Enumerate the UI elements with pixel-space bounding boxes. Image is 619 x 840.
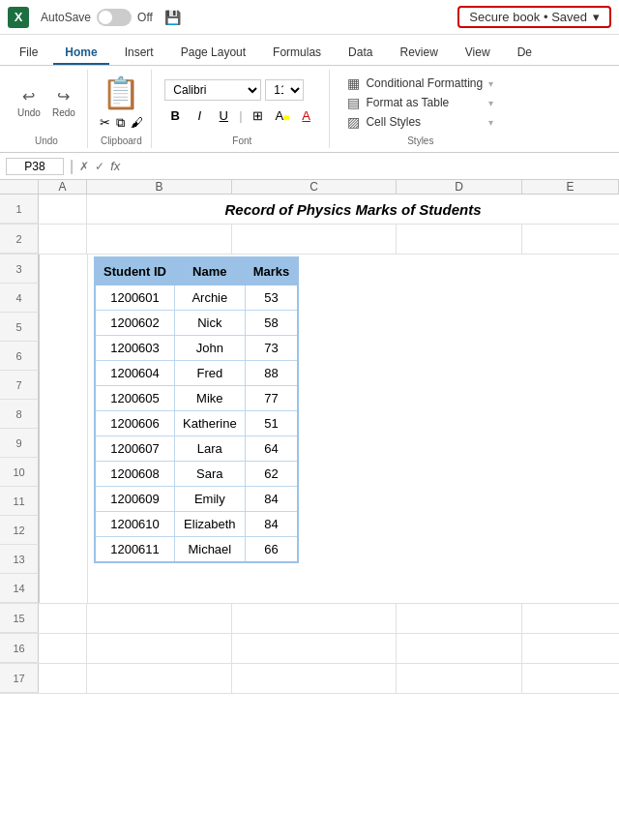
cell-r10-c1[interactable]: 1200607 [95, 436, 175, 462]
row-num-10: 10 [0, 458, 39, 487]
cell-a16[interactable] [39, 634, 87, 663]
cell-r13-c1[interactable]: 1200610 [95, 512, 175, 537]
bold-button[interactable]: B [164, 105, 186, 126]
col-header-b[interactable]: B [87, 180, 232, 194]
cell-r10-c3[interactable]: 64 [245, 436, 298, 462]
redo-button[interactable]: ↪ Redo [48, 83, 79, 122]
cell-e2[interactable] [522, 225, 619, 254]
tab-review[interactable]: Review [388, 42, 449, 65]
italic-button[interactable]: I [189, 105, 210, 126]
font-color-button[interactable]: A [296, 105, 317, 126]
tab-more[interactable]: De [506, 42, 544, 65]
tab-formulas[interactable]: Formulas [261, 42, 333, 65]
font-group: Calibri 11 B I U | ⊞ A▄ A Font [156, 70, 330, 148]
cell-r6-c2[interactable]: John [175, 336, 246, 361]
font-family-select[interactable]: Calibri [164, 79, 261, 101]
cell-e16[interactable] [522, 634, 619, 663]
cell-d2[interactable] [397, 225, 522, 254]
cell-d15[interactable] [397, 604, 522, 633]
format-painter-icon[interactable]: 🖌 [131, 115, 143, 131]
cell-r7-c3[interactable]: 88 [245, 361, 298, 386]
cell-r7-c2[interactable]: Fred [175, 361, 246, 386]
cell-r10-c2[interactable]: Lara [175, 436, 246, 462]
save-icon[interactable]: 💾 [164, 10, 181, 25]
cell-r14-c2[interactable]: Michael [175, 537, 246, 563]
cell-r11-c1[interactable]: 1200608 [95, 462, 175, 487]
cell-d16[interactable] [397, 634, 522, 663]
copy-icon[interactable]: ⧉ [116, 115, 125, 131]
cell-r6-c3[interactable]: 73 [245, 336, 298, 361]
cell-a15[interactable] [39, 604, 87, 633]
col-header-e[interactable]: E [522, 180, 619, 194]
cell-r13-c3[interactable]: 84 [245, 512, 298, 537]
cell-r8-c3[interactable]: 77 [245, 386, 298, 411]
cell-d17[interactable] [397, 664, 522, 693]
confirm-icon[interactable]: ✓ [95, 160, 104, 173]
cell-c17[interactable] [232, 664, 397, 693]
cell-r4-c2[interactable]: Archie [175, 285, 246, 311]
cell-r7-c1[interactable]: 1200604 [95, 361, 175, 386]
cell-r8-c1[interactable]: 1200605 [95, 386, 175, 411]
conditional-formatting-label: Conditional Formatting [366, 76, 483, 90]
table-row: 2 [0, 225, 619, 255]
cell-e15[interactable] [522, 604, 619, 633]
formula-input[interactable] [126, 160, 613, 173]
cell-r5-c3[interactable]: 58 [245, 311, 298, 336]
cell-b17[interactable] [87, 664, 232, 693]
tab-file[interactable]: File [8, 42, 49, 65]
cell-styles-item[interactable]: ▨ Cell Styles ▾ [347, 113, 493, 131]
undo-button[interactable]: ↩ Undo [14, 83, 44, 122]
row-num-9: 9 [0, 429, 39, 458]
cut-icon[interactable]: ✂ [100, 115, 110, 131]
col-header-a[interactable]: A [39, 180, 87, 194]
paste-icon[interactable]: 📋 [102, 75, 140, 111]
cell-e17[interactable] [522, 664, 619, 693]
tab-view[interactable]: View [454, 42, 502, 65]
cell-c2[interactable] [232, 225, 397, 254]
conditional-formatting-item[interactable]: ▦ Conditional Formatting ▾ [347, 75, 493, 92]
cell-r9-c1[interactable]: 1200606 [95, 411, 175, 436]
cancel-icon[interactable]: ✗ [79, 160, 89, 173]
font-size-select[interactable]: 11 [265, 79, 304, 101]
tab-data[interactable]: Data [337, 42, 384, 65]
col-header-d[interactable]: D [397, 180, 522, 194]
col-header-c[interactable]: C [232, 180, 397, 194]
autosave-toggle[interactable] [97, 9, 132, 26]
cell-r6-c1[interactable]: 1200603 [95, 336, 175, 361]
cell-r13-c2[interactable]: Elizabeth [175, 512, 246, 537]
tab-home[interactable]: Home [53, 42, 108, 65]
format-as-table-item[interactable]: ▤ Format as Table ▾ [347, 94, 493, 111]
cell-a2[interactable] [39, 225, 87, 254]
cell-r12-c1[interactable]: 1200609 [95, 487, 175, 512]
cell-r4-c3[interactable]: 53 [245, 285, 298, 311]
cell-r5-c1[interactable]: 1200602 [95, 311, 175, 336]
cell-c16[interactable] [232, 634, 397, 663]
cell-r12-c2[interactable]: Emily [175, 487, 246, 512]
cell-a17[interactable] [39, 664, 87, 693]
cell-r4-c1[interactable]: 1200601 [95, 285, 175, 311]
cell-b16[interactable] [87, 634, 232, 663]
cell-r12-c3[interactable]: 84 [245, 487, 298, 512]
cell-r11-c3[interactable]: 62 [245, 462, 298, 487]
cell-r14-c1[interactable]: 1200611 [95, 537, 175, 563]
table-row: 16 [0, 634, 619, 664]
row-num-4: 4 [0, 284, 39, 313]
cell-b15[interactable] [87, 604, 232, 633]
cell-r8-c2[interactable]: Mike [175, 386, 246, 411]
cell-b2[interactable] [87, 225, 232, 254]
tab-page-layout[interactable]: Page Layout [169, 42, 257, 65]
cell-r11-c2[interactable]: Sara [175, 462, 246, 487]
cell-r9-c2[interactable]: Katherine [175, 411, 246, 436]
cell-a1[interactable] [39, 195, 87, 224]
chevron-icon: ▾ [593, 10, 600, 24]
cell-c15[interactable] [232, 604, 397, 633]
fill-color-button[interactable]: A▄ [272, 105, 293, 126]
cell-r9-c3[interactable]: 51 [245, 411, 298, 436]
underline-button[interactable]: U [213, 105, 234, 126]
tab-insert[interactable]: Insert [113, 42, 165, 65]
border-button[interactable]: ⊞ [248, 105, 269, 126]
file-name-pill[interactable]: Secure book • Saved ▾ [457, 6, 611, 28]
cell-r14-c3[interactable]: 66 [245, 537, 298, 563]
cell-reference-input[interactable] [6, 158, 64, 175]
cell-r5-c2[interactable]: Nick [175, 311, 246, 336]
